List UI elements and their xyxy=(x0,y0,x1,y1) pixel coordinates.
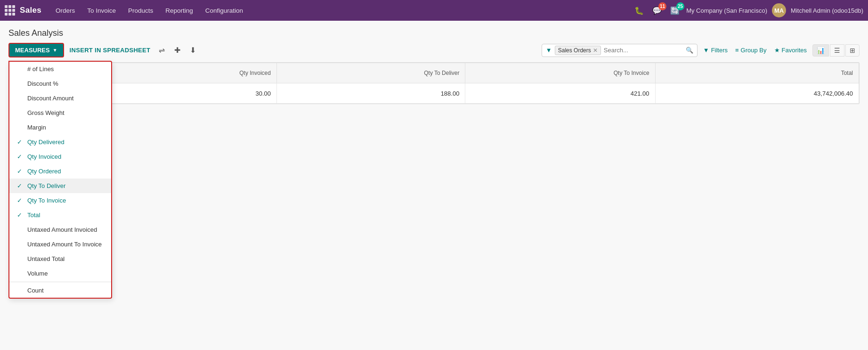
check-discount-pct xyxy=(17,80,24,87)
view-bar-chart-button[interactable]: 📊 xyxy=(812,44,829,57)
pivot-cell-qty-invoiced: 30.00 xyxy=(104,83,277,104)
apps-menu-icon[interactable] xyxy=(5,5,15,16)
check-untaxed-to-invoice xyxy=(17,241,24,248)
search-icon[interactable]: 🔍 xyxy=(686,47,693,54)
view-pivot-button[interactable]: ⊞ xyxy=(845,44,860,57)
measure-qty-ordered[interactable]: ✓ Qty Ordered xyxy=(9,164,111,179)
measure-count-label: Count xyxy=(27,287,44,294)
view-toggle-group: 📊 ☰ ⊞ xyxy=(812,44,860,57)
check-lines xyxy=(17,65,24,73)
download-icon[interactable]: ⬇ xyxy=(187,44,199,57)
page-body: Sales Analysis MEASURES ▼ # of Lines Dis… xyxy=(0,21,868,350)
activity-badge: 25 xyxy=(676,2,684,10)
measure-margin-label: Margin xyxy=(27,124,46,131)
pivot-cell-qty-to-invoice: 421.00 xyxy=(465,83,655,104)
activity-icon[interactable]: 🔄 25 xyxy=(668,4,681,17)
measure-untaxed-total[interactable]: Untaxed Total xyxy=(9,252,111,266)
check-qty-delivered: ✓ xyxy=(17,138,24,146)
measures-dropdown: # of Lines Discount % Discount Amount Gr… xyxy=(8,61,112,299)
page-title: Sales Analysis xyxy=(8,28,860,38)
measure-qty-to-invoice-label: Qty To Invoice xyxy=(27,197,66,204)
pivot-cell-total: 43,742,006.40 xyxy=(655,83,859,104)
company-name[interactable]: My Company (San Francisco) xyxy=(686,7,767,14)
toolbar: MEASURES ▼ # of Lines Discount % Discoun… xyxy=(8,43,64,57)
check-untaxed-invoiced xyxy=(17,226,24,233)
search-tag-label: Sales Orders xyxy=(558,47,591,54)
pivot-table: + Qty Invoiced Qty To Deliver Qty To Inv… xyxy=(9,63,859,104)
check-volume xyxy=(17,270,24,277)
measures-divider xyxy=(9,282,111,282)
measures-arrow-icon: ▼ xyxy=(53,48,57,53)
measure-discount-pct[interactable]: Discount % xyxy=(9,76,111,91)
measure-qty-invoiced[interactable]: ✓ Qty Invoiced xyxy=(9,149,111,164)
measure-count[interactable]: Count xyxy=(9,283,111,298)
measure-discount-amount[interactable]: Discount Amount xyxy=(9,91,111,106)
measure-untaxed-total-label: Untaxed Total xyxy=(27,255,65,262)
measure-untaxed-to-invoice[interactable]: Untaxed Amount To Invoice xyxy=(9,237,111,252)
menu-products[interactable]: Products xyxy=(122,4,159,17)
table-row: + 30.00 188.00 421.00 43,742,006.40 xyxy=(9,83,859,104)
measure-lines[interactable]: # of Lines xyxy=(9,62,111,76)
check-qty-to-invoice: ✓ xyxy=(17,197,24,204)
measure-volume[interactable]: Volume xyxy=(9,266,111,281)
measure-lines-label: # of Lines xyxy=(27,65,54,73)
menu-orders[interactable]: Orders xyxy=(50,4,81,17)
groupby-label: Group By xyxy=(741,47,767,54)
measure-gross-weight[interactable]: Gross Weight xyxy=(9,106,111,120)
chat-icon[interactable]: 💬 11 xyxy=(650,4,664,17)
measure-qty-to-deliver[interactable]: ✓ Qty To Deliver xyxy=(9,179,111,193)
measures-button[interactable]: MEASURES ▼ xyxy=(8,43,64,57)
main-menu: Orders To Invoice Products Reporting Con… xyxy=(50,4,631,17)
insert-spreadsheet-button[interactable]: INSERT IN SPREADSHEET xyxy=(68,44,153,57)
menu-to-invoice[interactable]: To Invoice xyxy=(81,4,122,17)
remove-tag-icon[interactable]: ✕ xyxy=(593,47,598,54)
measure-discount-pct-label: Discount % xyxy=(27,80,58,87)
pivot-table-container: + Qty Invoiced Qty To Deliver Qty To Inv… xyxy=(8,62,860,104)
measure-qty-invoiced-label: Qty Invoiced xyxy=(27,153,61,160)
groupby-button[interactable]: ≡ Group By xyxy=(733,44,769,57)
pivot-col-total: Total xyxy=(655,63,859,83)
pivot-cell-qty-to-deliver: 188.00 xyxy=(276,83,465,104)
topnav-right: 🐛 💬 11 🔄 25 My Company (San Francisco) M… xyxy=(633,3,863,17)
bug-icon[interactable]: 🐛 xyxy=(633,4,646,17)
measure-qty-delivered-label: Qty Delivered xyxy=(27,138,65,146)
search-input[interactable] xyxy=(604,47,683,54)
measure-untaxed-invoiced-label: Untaxed Amount Invoiced xyxy=(27,226,97,233)
menu-reporting[interactable]: Reporting xyxy=(160,4,199,17)
avatar[interactable]: MA xyxy=(772,3,786,17)
view-list-button[interactable]: ☰ xyxy=(830,44,844,57)
star-icon: ★ xyxy=(774,47,780,54)
groupby-lines-icon: ≡ xyxy=(735,47,739,54)
measure-margin[interactable]: Margin xyxy=(9,120,111,135)
check-margin xyxy=(17,124,24,131)
measure-qty-to-invoice[interactable]: ✓ Qty To Invoice xyxy=(9,193,111,208)
top-navigation: Sales Orders To Invoice Products Reporti… xyxy=(0,0,868,21)
search-bar: ▼ Sales Orders ✕ 🔍 xyxy=(542,44,698,57)
check-qty-ordered: ✓ xyxy=(17,168,24,175)
favorites-label: Favorites xyxy=(782,47,807,54)
measure-total[interactable]: ✓ Total xyxy=(9,208,111,222)
check-gross-weight xyxy=(17,109,24,116)
check-qty-invoiced: ✓ xyxy=(17,153,24,160)
user-name[interactable]: Mitchell Admin (odoo15db) xyxy=(791,7,863,14)
check-untaxed-total xyxy=(17,255,24,262)
favorites-button[interactable]: ★ Favorites xyxy=(772,44,809,57)
filters-label: Filters xyxy=(711,47,728,54)
adjust-icon[interactable]: ⇌ xyxy=(156,44,168,57)
measures-label: MEASURES xyxy=(15,47,50,54)
filters-button[interactable]: ▼ Filters xyxy=(701,44,730,57)
measure-qty-delivered[interactable]: ✓ Qty Delivered xyxy=(9,135,111,149)
add-row-icon[interactable]: ✚ xyxy=(171,44,183,57)
check-total: ✓ xyxy=(17,212,24,219)
pivot-col-qty-to-deliver: Qty To Deliver xyxy=(276,63,465,83)
search-tag-sales-orders: Sales Orders ✕ xyxy=(555,46,601,55)
brand-label[interactable]: Sales xyxy=(20,6,41,15)
measure-qty-ordered-label: Qty Ordered xyxy=(27,168,61,175)
menu-configuration[interactable]: Configuration xyxy=(200,4,249,17)
check-qty-to-deliver: ✓ xyxy=(17,182,24,189)
measure-gross-weight-label: Gross Weight xyxy=(27,109,65,116)
pivot-col-qty-to-invoice: Qty To Invoice xyxy=(465,63,655,83)
measure-untaxed-invoiced[interactable]: Untaxed Amount Invoiced xyxy=(9,222,111,237)
check-count xyxy=(17,287,24,294)
measure-volume-label: Volume xyxy=(27,270,48,277)
